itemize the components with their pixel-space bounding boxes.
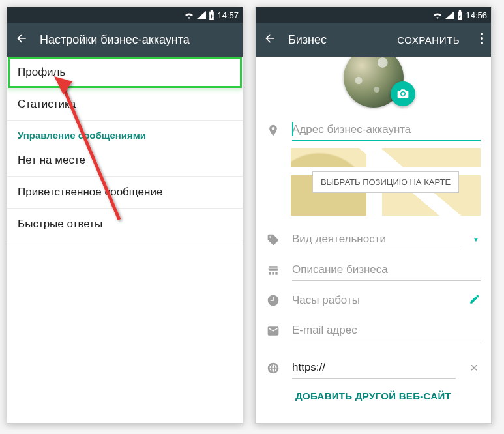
appbar: Настройки бизнес-аккаунта <box>7 23 243 57</box>
battery-icon <box>457 10 463 20</box>
svg-point-2 <box>481 33 483 35</box>
signal-icon <box>197 11 206 19</box>
location-icon <box>266 124 280 137</box>
profile-form: Адрес бизнес-аккаунта ВЫБРАТЬ ПОЗИЦИЮ НА… <box>256 57 491 423</box>
item-away[interactable]: Нет на месте <box>7 145 243 177</box>
category-input[interactable]: Вид деятельности <box>292 229 461 250</box>
clock-icon <box>266 294 280 307</box>
overflow-menu-button[interactable] <box>481 33 483 47</box>
email-input[interactable]: E-mail адрес <box>292 320 481 341</box>
clock: 14:56 <box>466 10 487 20</box>
map-preview[interactable]: ВЫБРАТЬ ПОЗИЦИЮ НА КАРТЕ <box>291 148 481 216</box>
hours-row: Часы работы <box>256 283 491 313</box>
signal-icon <box>445 11 454 19</box>
edit-hours-button[interactable] <box>469 293 481 308</box>
description-input[interactable]: Описание бизнеса <box>292 259 481 281</box>
back-button[interactable] <box>15 32 28 48</box>
item-greeting[interactable]: Приветственное сообщение <box>7 177 243 209</box>
phone-right: 14:56 Бизнес СОХРАНИТЬ Адрес бизнес-акка… <box>255 7 492 424</box>
statusbar: 14:57 <box>7 7 243 23</box>
description-row: Описание бизнеса <box>256 253 491 283</box>
email-icon <box>266 325 280 338</box>
wifi-icon <box>184 11 194 19</box>
change-photo-button[interactable] <box>391 81 415 106</box>
address-input[interactable]: Адрес бизнес-аккаунта <box>292 119 481 141</box>
battery-icon <box>209 10 215 20</box>
item-quick-replies[interactable]: Быстрые ответы <box>7 209 243 240</box>
website-row: https:// × <box>256 351 491 381</box>
profile-header <box>256 57 491 98</box>
section-messaging: Управление сообщениями <box>7 121 243 145</box>
settings-list: Профиль Статистика Управление сообщениям… <box>7 57 243 423</box>
dropdown-caret-icon: ▼ <box>473 236 481 243</box>
category-row: Вид деятельности ▼ <box>256 222 491 253</box>
svg-point-3 <box>481 37 483 40</box>
set-map-position-button[interactable]: ВЫБРАТЬ ПОЗИЦИЮ НА КАРТЕ <box>312 171 459 193</box>
clock: 14:57 <box>217 10 239 20</box>
appbar: Бизнес СОХРАНИТЬ <box>256 23 491 57</box>
wifi-icon <box>432 11 443 19</box>
website-input[interactable]: https:// <box>292 357 456 379</box>
save-button[interactable]: СОХРАНИТЬ <box>397 35 460 46</box>
tag-icon <box>266 233 280 246</box>
svg-point-4 <box>481 42 483 44</box>
address-row: Адрес бизнес-аккаунта <box>256 113 491 144</box>
statusbar: 14:56 <box>256 7 491 23</box>
add-website-button[interactable]: ДОБАВИТЬ ДРУГОЙ ВЕБ-САЙТ <box>256 381 491 411</box>
back-button[interactable] <box>263 32 276 48</box>
item-profile[interactable]: Профиль <box>7 57 243 89</box>
item-statistics[interactable]: Статистика <box>7 89 243 121</box>
phone-left: 14:57 Настройки бизнес-аккаунта Профиль … <box>7 7 243 424</box>
globe-icon <box>266 362 280 375</box>
clear-website-button[interactable]: × <box>467 360 481 375</box>
store-icon <box>266 264 280 277</box>
email-row: E-mail адрес <box>256 313 491 344</box>
appbar-title: Настройки бизнес-аккаунта <box>40 33 235 47</box>
hours-input[interactable]: Часы работы <box>292 290 457 311</box>
appbar-title: Бизнес <box>288 33 385 47</box>
